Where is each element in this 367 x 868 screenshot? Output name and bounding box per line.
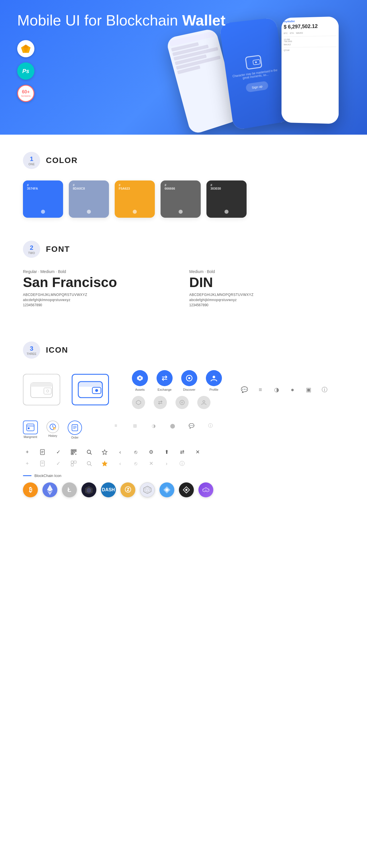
forward-gray-icon: › xyxy=(162,459,171,468)
share-icon: ⎋ xyxy=(131,448,140,456)
profile-label: Profile xyxy=(209,388,218,391)
order-icon xyxy=(68,421,82,435)
svg-point-71 xyxy=(186,489,187,491)
mangment-label: Mangment xyxy=(24,435,37,439)
svg-rect-7 xyxy=(31,383,53,387)
svg-rect-11 xyxy=(78,381,102,387)
tool-badges: Ps 60+ Screens xyxy=(17,40,34,102)
zcash-icon: ⓩ xyxy=(120,483,135,497)
color-card-2: #8DA0C8 xyxy=(69,181,109,218)
nav-icons-outline xyxy=(132,396,222,409)
bottom-nav-row: Mangment ✱ History xyxy=(23,421,344,439)
info-icon: ⓘ xyxy=(319,384,330,395)
hero-title: Mobile UI for Blockchain Wallet xyxy=(17,11,225,29)
bitcoin-icon: ₿ xyxy=(23,483,38,497)
exchange-label: Exchange xyxy=(158,388,172,391)
font-section: 2 TWO FONT Regular · Medium · Bold San F… xyxy=(0,235,367,324)
svg-point-22 xyxy=(203,401,205,402)
svg-rect-25 xyxy=(28,427,30,429)
phone-right: myWallet $ 6,297,502.12 BTC ETH WAVES 12… xyxy=(282,16,339,124)
font-din: Medium · Bold DIN ABCDEFGHIJKLMNOPQRSTUV… xyxy=(189,269,344,307)
dot-icon: ⬤ xyxy=(167,421,178,431)
color-section: 1 ONE COLOR #3574FA #8DA0C8 #F5A623 #666… xyxy=(0,135,367,235)
profile-icon-item: Profile xyxy=(206,370,222,391)
blackcoin-icon xyxy=(81,483,96,497)
svg-rect-23 xyxy=(27,424,34,431)
color-card-3: #F5A623 xyxy=(115,181,155,218)
large-icon-row: Assets Exchange xyxy=(23,370,344,409)
back-gray-icon: ‹ xyxy=(116,459,124,468)
nav-icons-filled: Assets Exchange xyxy=(132,370,222,391)
assets-label: Assets xyxy=(135,388,144,391)
search-gray-icon xyxy=(85,459,93,468)
search-icon xyxy=(85,448,93,456)
svg-point-5 xyxy=(255,61,257,63)
assets-icon xyxy=(132,370,148,386)
ark-icon xyxy=(179,483,194,497)
svg-rect-42 xyxy=(72,453,73,454)
history-icon-item: ✱ History xyxy=(47,421,59,437)
close-icon: ✕ xyxy=(193,448,202,456)
svg-marker-47 xyxy=(102,450,107,455)
order-label: Order xyxy=(71,436,79,439)
assets-outline-icon xyxy=(132,396,145,409)
svg-point-68 xyxy=(166,489,168,491)
svg-rect-44 xyxy=(76,454,76,455)
star-icon xyxy=(101,448,109,456)
profile-icon xyxy=(206,370,222,386)
svg-point-21 xyxy=(181,402,183,403)
color-card-5: #303030 xyxy=(206,181,247,218)
utility-icons-blue: + ✓ xyxy=(23,448,344,456)
qr-icon xyxy=(69,448,78,456)
photoshop-badge: Ps xyxy=(17,62,34,80)
history-label: History xyxy=(48,434,57,437)
font-grid: Regular · Medium · Bold San Francisco AB… xyxy=(23,269,344,307)
color-card-4: #666666 xyxy=(161,181,201,218)
discover-icon-item: Discover xyxy=(181,370,197,391)
exchange-icon xyxy=(157,370,173,386)
plus-gray-icon: + xyxy=(23,459,32,468)
layers-icon: ⊞ xyxy=(130,421,140,431)
section1-title: COLOR xyxy=(46,156,78,165)
svg-point-13 xyxy=(95,389,98,392)
back-icon: ‹ xyxy=(116,448,124,456)
svg-point-18 xyxy=(213,376,215,378)
wallet-wireframe-icon xyxy=(23,374,60,405)
circle-icon: ● xyxy=(287,384,298,395)
svg-rect-29 xyxy=(72,425,78,431)
svg-marker-56 xyxy=(102,461,107,466)
icon-section: 3 THREE ICON xyxy=(0,324,367,515)
qr-gray-icon xyxy=(69,459,78,468)
settings-icon: ⚙ xyxy=(147,448,156,456)
dash-icon: DASH xyxy=(101,483,116,497)
order-icon-item: Order xyxy=(68,421,82,439)
half-circle-icon: ◑ xyxy=(148,421,159,431)
discover-outline-icon xyxy=(175,396,189,409)
stack-icon: ≡ xyxy=(255,384,265,395)
wallet-blue-icon xyxy=(72,374,109,405)
profile-outline-icon xyxy=(197,396,210,409)
svg-marker-19 xyxy=(136,400,141,405)
bitshares-icon xyxy=(160,483,174,497)
color-card-1: #3574FA xyxy=(23,181,63,218)
svg-line-46 xyxy=(90,453,92,455)
text-icon: ≡ xyxy=(111,421,121,431)
crypto-icons-row: ₿ Ł DASH ⓩ xyxy=(23,483,344,497)
svg-rect-3 xyxy=(246,55,262,69)
discover-icon xyxy=(181,370,197,386)
blockchain-label: BlockChain Icon xyxy=(23,473,344,478)
doc-gray-icon xyxy=(38,459,47,468)
mangment-icon xyxy=(23,421,38,434)
moon-icon: ◑ xyxy=(271,384,282,395)
section2-badge: 2 TWO xyxy=(23,241,40,258)
check-icon: ✓ xyxy=(54,448,62,456)
speech-icon: 💬 xyxy=(186,421,197,431)
star-yellow-icon xyxy=(101,459,109,468)
history-icon: ✱ xyxy=(47,421,59,433)
info2-icon: ⓘ xyxy=(205,421,216,431)
hero-section: Mobile UI for Blockchain Wallet UI Kit P… xyxy=(0,0,367,135)
svg-rect-52 xyxy=(74,461,76,463)
sketch-badge xyxy=(17,40,34,57)
info-gray-icon: ⓘ xyxy=(178,459,186,468)
exchange-outline-icon xyxy=(154,396,167,409)
